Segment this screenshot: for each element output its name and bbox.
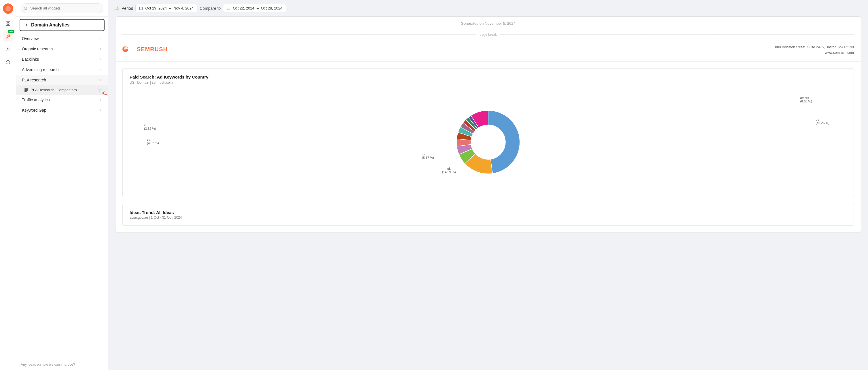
chart-wrapper: Paid Search: Ad Keywords by Country US |… xyxy=(116,62,861,233)
svg-rect-14 xyxy=(27,90,28,90)
svg-marker-17 xyxy=(98,88,102,92)
nav-pla-competitors[interactable]: PLA Research: Competitors xyxy=(16,85,108,95)
icon-bar: new xyxy=(0,0,16,370)
label-in: in (3.62 %) xyxy=(144,124,156,130)
chart-container: others (8.65 %) us (45.26 %) uk (14.59 %… xyxy=(130,90,847,191)
period-section: ⚠ Period Oct 29, 2024 – Nov 4, 2024 Comp… xyxy=(115,4,286,12)
svg-rect-19 xyxy=(140,7,143,10)
label-uk: uk (14.59 %) xyxy=(442,167,456,174)
search-input[interactable] xyxy=(21,3,103,13)
star-icon[interactable] xyxy=(98,88,102,92)
semrush-flame-icon xyxy=(122,44,134,54)
generated-on: Generated on November 5, 2024 xyxy=(116,17,861,30)
svg-rect-2 xyxy=(8,22,10,23)
nav-traffic-analytics-label: Traffic analytics xyxy=(22,98,50,102)
chart-title: Paid Search: Ad Keywords by Country xyxy=(130,74,847,79)
compare-label: Compare to xyxy=(199,6,221,11)
nav-keyword-gap-label: Keyword Gap xyxy=(22,108,46,112)
paid-search-chart-section: Paid Search: Ad Keywords by Country US |… xyxy=(122,68,854,197)
donut-chart-svg xyxy=(442,96,534,188)
svg-rect-4 xyxy=(8,24,10,26)
svg-rect-15 xyxy=(25,91,26,91)
compare-dash: – xyxy=(257,6,259,10)
nav-advertising-research[interactable]: Advertising research xyxy=(16,64,108,75)
pla-competitors-left: PLA Research: Competitors xyxy=(24,88,76,92)
pla-subitem-container: PLA Research: Competitors xyxy=(16,85,108,95)
svg-rect-10 xyxy=(26,88,27,89)
report-card: Generated on November 5, 2024 page break… xyxy=(115,16,861,233)
icon-bar-magic[interactable] xyxy=(3,56,13,67)
period-dash: – xyxy=(169,6,171,10)
svg-point-0 xyxy=(5,6,11,11)
nav-pla-research[interactable]: PLA research xyxy=(16,75,108,85)
calendar-compare-icon xyxy=(227,6,230,10)
chevron-down-icon xyxy=(99,78,102,82)
domain-analytics-title: Domain Analytics xyxy=(31,23,70,28)
label-others: others (8.65 %) xyxy=(800,96,812,103)
compare-end: Oct 28, 2024 xyxy=(261,6,282,10)
svg-rect-23 xyxy=(227,7,230,10)
nav-overview[interactable]: Overview xyxy=(16,33,108,44)
period-end: Nov 4, 2024 xyxy=(174,6,193,10)
svg-point-7 xyxy=(24,7,27,9)
nav-advertising-research-label: Advertising research xyxy=(22,67,59,72)
label-us: us (45.26 %) xyxy=(815,118,829,125)
svg-line-8 xyxy=(27,9,27,10)
icon-bar-reports[interactable] xyxy=(3,19,13,29)
svg-rect-12 xyxy=(25,90,26,90)
nav-backlinks-label: Backlinks xyxy=(22,57,39,62)
period-label: Period xyxy=(122,6,133,11)
sidebar-feedback[interactable]: Any ideas on how we can improve? xyxy=(16,359,108,370)
back-icon xyxy=(24,23,29,27)
chevron-right-icon xyxy=(99,68,102,71)
svg-rect-3 xyxy=(6,24,7,26)
new-badge: new xyxy=(8,30,14,33)
nav-traffic-analytics[interactable]: Traffic analytics xyxy=(16,95,108,105)
chevron-right-icon xyxy=(99,37,102,40)
chart-subtitle: US | Domain | semrush.com xyxy=(130,80,847,85)
svg-rect-1 xyxy=(6,22,7,23)
sidebar-search-section xyxy=(16,0,108,17)
report-header: SEMRUSH 800 Boylston Street, Suite 2475,… xyxy=(116,39,861,62)
label-sg: sg (4.02 %) xyxy=(147,138,159,145)
nav-keyword-gap[interactable]: Keyword Gap xyxy=(16,105,108,115)
ideas-subtitle: aciar.gov.au | 1 Oct - 31 Oct, 2024 xyxy=(130,215,847,220)
top-bar: ⚠ Period Oct 29, 2024 – Nov 4, 2024 Comp… xyxy=(108,0,868,16)
grid-icon xyxy=(24,88,28,92)
svg-rect-11 xyxy=(27,88,28,89)
pla-competitors-label: PLA Research: Competitors xyxy=(31,88,76,92)
semrush-logo: SEMRUSH xyxy=(122,44,167,54)
label-ca: ca (5.17 %) xyxy=(422,153,434,159)
report-address-line2: www.semrush.com xyxy=(775,50,854,56)
report-address: 800 Boylston Street, Suite 2475, Boston,… xyxy=(775,44,854,56)
nav-overview-label: Overview xyxy=(22,36,39,41)
icon-bar-gallery[interactable] xyxy=(3,44,13,54)
period-start: Oct 29, 2024 xyxy=(145,6,166,10)
page-break-text: page break xyxy=(479,33,497,37)
semrush-logo-text: SEMRUSH xyxy=(137,46,167,53)
svg-point-6 xyxy=(7,48,7,48)
nav-organic-research-label: Organic research xyxy=(22,46,53,51)
svg-rect-16 xyxy=(26,91,27,91)
svg-rect-9 xyxy=(25,88,26,89)
content-area: Generated on November 5, 2024 page break… xyxy=(108,16,868,370)
compare-start: Oct 22, 2024 xyxy=(233,6,254,10)
warning-icon: ⚠ xyxy=(115,5,119,11)
chevron-right-icon xyxy=(99,58,102,61)
period-date-range[interactable]: Oct 29, 2024 – Nov 4, 2024 xyxy=(135,4,197,12)
domain-analytics-header[interactable]: Domain Analytics xyxy=(20,19,104,31)
main-content: ⚠ Period Oct 29, 2024 – Nov 4, 2024 Comp… xyxy=(108,0,868,370)
chevron-right-icon xyxy=(99,108,102,112)
nav-backlinks[interactable]: Backlinks xyxy=(16,54,108,64)
ideas-title: Ideas Trend: All Ideas xyxy=(130,210,847,215)
page-break: page break xyxy=(116,30,861,39)
compare-date-range[interactable]: Oct 22, 2024 – Oct 28, 2024 xyxy=(223,4,286,12)
icon-bar-tools[interactable]: new xyxy=(3,31,13,41)
sidebar: Domain Analytics Overview Organic resear… xyxy=(16,0,108,370)
report-address-line1: 800 Boylston Street, Suite 2475, Boston,… xyxy=(775,44,854,50)
app-logo[interactable] xyxy=(3,3,13,14)
chevron-right-icon xyxy=(99,47,102,51)
calendar-icon xyxy=(139,6,143,10)
nav-organic-research[interactable]: Organic research xyxy=(16,44,108,54)
nav-pla-research-label: PLA research xyxy=(22,78,46,82)
